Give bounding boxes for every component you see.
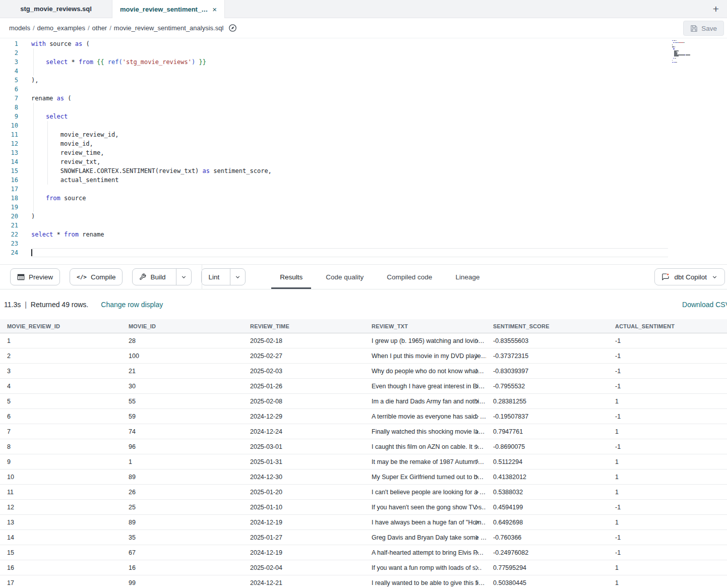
expand-cell-icon[interactable] xyxy=(475,383,479,389)
compile-button[interactable]: </> Compile xyxy=(70,268,123,285)
code-line[interactable]: 21 xyxy=(0,221,668,230)
close-tab-icon[interactable]: × xyxy=(212,6,217,13)
code-line[interactable]: 5), xyxy=(0,76,668,85)
table-row: 11262025-01-20I can't believe people are… xyxy=(0,485,727,500)
save-label: Save xyxy=(701,25,717,32)
new-tab-button[interactable]: + xyxy=(709,2,723,16)
column-header-movie_id: MOVIE_ID xyxy=(122,323,243,329)
code-line[interactable]: 23 xyxy=(0,239,668,248)
cell-review_txt: I really wanted to be able to give this … xyxy=(365,579,486,586)
code-line[interactable]: 19 xyxy=(0,203,668,212)
code-line[interactable]: 4 xyxy=(0,67,668,76)
cell-review_txt: I can't believe people are looking for a… xyxy=(365,489,486,496)
breadcrumb-segment[interactable]: models xyxy=(9,24,30,32)
minimap-line xyxy=(672,64,727,65)
table-row: 8962025-03-01I caught this film on AZN o… xyxy=(0,439,727,454)
code-line[interactable]: 13 review_time, xyxy=(0,148,668,157)
expand-cell-icon[interactable] xyxy=(475,398,479,404)
file-tab-stg-movie-reviews[interactable]: stg_movie_reviews.sql xyxy=(0,0,112,18)
line-number: 20 xyxy=(0,212,18,221)
code-line[interactable]: 17 xyxy=(0,185,668,194)
cell-actual_sentiment: -1 xyxy=(608,504,727,511)
code-line[interactable]: 20) xyxy=(0,212,668,221)
code-line[interactable]: 1with source as ( xyxy=(0,39,668,48)
cell-movie_id: 25 xyxy=(122,504,243,511)
cell-movie_id: 100 xyxy=(122,352,243,360)
results-tab-code-quality[interactable]: Code quality xyxy=(314,265,375,289)
cell-actual_sentiment: 1 xyxy=(608,458,727,465)
review-text: Im a die hard Dads Army fan and nothi… xyxy=(372,398,486,405)
cell-actual_sentiment: -1 xyxy=(608,413,727,420)
build-dropdown-button[interactable] xyxy=(176,269,191,285)
code-line[interactable]: 11 movie_review_id, xyxy=(0,130,668,139)
code-line[interactable]: 7rename as ( xyxy=(0,94,668,103)
dbt-copilot-button[interactable]: dbt Copilot xyxy=(654,268,725,285)
expand-cell-icon[interactable] xyxy=(475,444,479,449)
line-number: 5 xyxy=(0,76,18,85)
code-line[interactable]: 12 movie_id, xyxy=(0,139,668,148)
expand-cell-icon[interactable] xyxy=(475,535,479,540)
breadcrumb-segment[interactable]: other xyxy=(92,24,107,32)
expand-cell-icon[interactable] xyxy=(475,429,479,434)
cell-actual_sentiment: -1 xyxy=(608,337,727,344)
code-line-content xyxy=(31,221,668,230)
expand-cell-icon[interactable] xyxy=(475,489,479,495)
expand-cell-icon[interactable] xyxy=(475,550,479,555)
code-line[interactable]: 2 xyxy=(0,48,668,57)
cell-sentiment_score: 0.4594199 xyxy=(486,504,608,511)
review-text: I grew up (b. 1965) watching and lovin… xyxy=(372,337,484,344)
code-line[interactable]: 14 review_txt, xyxy=(0,157,668,166)
code-line[interactable]: 3 select * from {{ ref('stg_movie_review… xyxy=(0,57,668,67)
preview-button[interactable]: Preview xyxy=(10,268,60,285)
change-row-display-link[interactable]: Change row display xyxy=(101,301,163,309)
code-line[interactable]: 24 xyxy=(0,248,668,257)
code-icon: </> xyxy=(77,274,87,280)
expand-cell-icon[interactable] xyxy=(475,338,479,343)
save-button[interactable]: Save xyxy=(683,21,724,36)
results-tab-results[interactable]: Results xyxy=(268,265,314,289)
review-text: A half-hearted attempt to bring Elvis P… xyxy=(372,549,483,556)
code-line[interactable]: 6 xyxy=(0,85,668,94)
code-line[interactable]: 10 xyxy=(0,121,668,130)
compile-label: Compile xyxy=(91,273,116,281)
cell-movie_review_id: 11 xyxy=(0,489,122,496)
expand-cell-icon[interactable] xyxy=(475,368,479,374)
code-line[interactable]: 15 SNOWFLAKE.CORTEX.SENTIMENT(review_txt… xyxy=(0,166,668,175)
lint-button[interactable]: Lint xyxy=(202,269,226,285)
expand-cell-icon[interactable] xyxy=(475,353,479,359)
code-editor[interactable]: 1with source as (23 select * from {{ ref… xyxy=(0,38,727,264)
cell-review_time: 2025-01-26 xyxy=(243,383,365,390)
review-text: I caught this film on AZN on cable. It s… xyxy=(372,443,483,450)
file-tab-movie-review-sentiment[interactable]: movie_review_sentiment_… × xyxy=(112,0,225,18)
model-health-icon[interactable] xyxy=(228,24,237,32)
line-number: 1 xyxy=(0,39,18,48)
build-button[interactable]: Build xyxy=(133,269,172,285)
code-line[interactable]: 22select * from rename xyxy=(0,230,668,239)
expand-cell-icon[interactable] xyxy=(475,565,479,570)
code-line[interactable]: 18 from source xyxy=(0,194,668,203)
cell-movie_id: 96 xyxy=(122,443,243,450)
expand-cell-icon[interactable] xyxy=(475,474,479,480)
code-line-content xyxy=(31,48,668,57)
code-line[interactable]: 16 actual_sentiment xyxy=(0,175,668,185)
line-number: 22 xyxy=(0,230,18,239)
cell-movie_review_id: 16 xyxy=(0,564,122,571)
line-number: 18 xyxy=(0,194,18,203)
breadcrumb-segment[interactable]: movie_review_sentiment_analysis.sql xyxy=(114,24,224,32)
expand-cell-icon[interactable] xyxy=(475,504,479,510)
breadcrumb-segment[interactable]: demo_examples xyxy=(37,24,85,32)
download-csv-link[interactable]: Download CSV xyxy=(682,301,727,309)
expand-cell-icon[interactable] xyxy=(475,459,479,464)
results-tab-compiled-code[interactable]: Compiled code xyxy=(375,265,444,289)
table-row: 12252025-01-10If you haven't seen the go… xyxy=(0,500,727,515)
code-line[interactable]: 8 xyxy=(0,103,668,112)
lint-dropdown-button[interactable] xyxy=(230,269,245,285)
expand-cell-icon[interactable] xyxy=(475,580,479,585)
table-row: 4302025-01-26Even though I have great in… xyxy=(0,379,727,394)
expand-cell-icon[interactable] xyxy=(475,414,479,419)
code-line[interactable]: 9 select xyxy=(0,112,668,121)
results-tab-lineage[interactable]: Lineage xyxy=(444,265,491,289)
line-number: 24 xyxy=(0,248,18,257)
expand-cell-icon[interactable] xyxy=(475,519,479,525)
editor-minimap[interactable] xyxy=(668,40,727,65)
